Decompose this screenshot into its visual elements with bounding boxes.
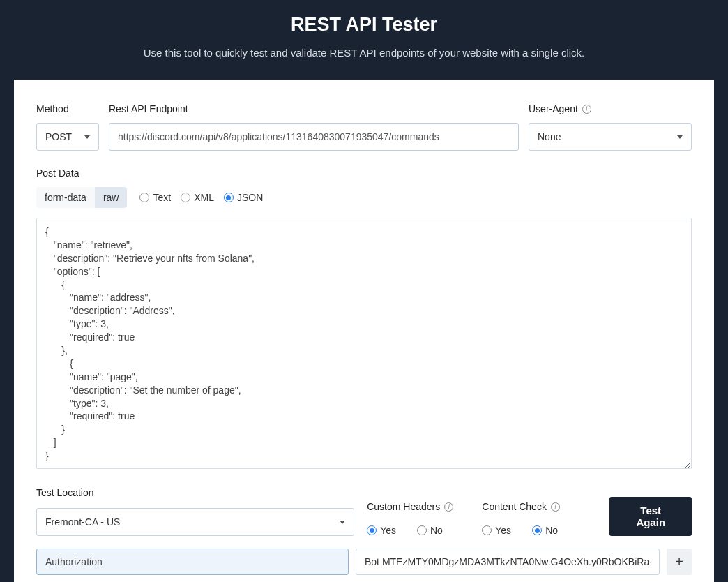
radio-icon xyxy=(482,525,492,535)
post-data-tabs: form-data raw Text XML JSON xyxy=(36,187,692,208)
page-subtitle: Use this tool to quickly test and valida… xyxy=(0,47,728,59)
post-data-label: Post Data xyxy=(36,167,692,179)
radio-icon xyxy=(367,525,377,535)
custom-headers-no[interactable]: No xyxy=(417,525,443,536)
radio-icon xyxy=(224,193,234,202)
info-icon[interactable] xyxy=(551,502,560,512)
tab-raw[interactable]: raw xyxy=(95,187,128,208)
endpoint-label: Rest API Endpoint xyxy=(109,103,519,114)
chevron-down-icon xyxy=(677,135,683,139)
content-check-field: Content Check Yes No xyxy=(482,501,584,536)
test-location-select[interactable]: Fremont-CA - US xyxy=(36,508,354,536)
format-xml[interactable]: XML xyxy=(181,192,214,203)
info-icon[interactable] xyxy=(444,502,453,512)
hero: REST API Tester Use this tool to quickly… xyxy=(0,0,728,80)
user-agent-field: User-Agent None xyxy=(529,103,692,151)
content-check-yes[interactable]: Yes xyxy=(482,525,511,536)
page-title: REST API Tester xyxy=(0,14,728,36)
custom-headers-field: Custom Headers Yes No xyxy=(367,501,469,536)
custom-headers-label: Custom Headers xyxy=(367,501,469,512)
endpoint-input[interactable] xyxy=(109,123,519,151)
method-value: POST xyxy=(45,131,72,142)
format-radio-group: Text XML JSON xyxy=(139,192,263,203)
content-check-label: Content Check xyxy=(482,501,584,512)
header-name-input[interactable] xyxy=(36,549,349,575)
test-location-label: Test Location xyxy=(36,487,354,498)
radio-icon xyxy=(139,193,149,202)
endpoint-field: Rest API Endpoint xyxy=(109,103,519,151)
tab-form-data[interactable]: form-data xyxy=(36,187,95,208)
header-value-input[interactable] xyxy=(356,549,660,575)
method-select[interactable]: POST xyxy=(36,123,99,151)
radio-icon xyxy=(417,525,427,535)
method-label: Method xyxy=(36,103,99,114)
info-icon[interactable] xyxy=(582,105,591,114)
radio-icon xyxy=(532,525,542,535)
method-field: Method POST xyxy=(36,103,99,151)
chevron-down-icon xyxy=(84,135,90,139)
format-text[interactable]: Text xyxy=(139,192,171,203)
user-agent-value: None xyxy=(538,131,561,142)
format-json[interactable]: JSON xyxy=(224,192,263,203)
test-location-value: Fremont-CA - US xyxy=(45,516,120,528)
radio-icon xyxy=(181,193,190,202)
custom-headers-yes[interactable]: Yes xyxy=(367,525,396,536)
test-again-button[interactable]: Test Again xyxy=(609,497,692,536)
content-check-no[interactable]: No xyxy=(532,525,558,536)
add-header-button[interactable]: + xyxy=(667,549,692,575)
user-agent-select[interactable]: None xyxy=(529,123,692,151)
post-body-textarea[interactable]: { "name": "retrieve", "description": "Re… xyxy=(36,218,692,469)
test-location-field: Test Location Fremont-CA - US xyxy=(36,487,354,536)
custom-header-row: + xyxy=(36,549,692,575)
tester-card: Method POST Rest API Endpoint User-Agent… xyxy=(14,80,714,582)
chevron-down-icon xyxy=(340,521,345,524)
user-agent-label: User-Agent xyxy=(529,103,692,114)
